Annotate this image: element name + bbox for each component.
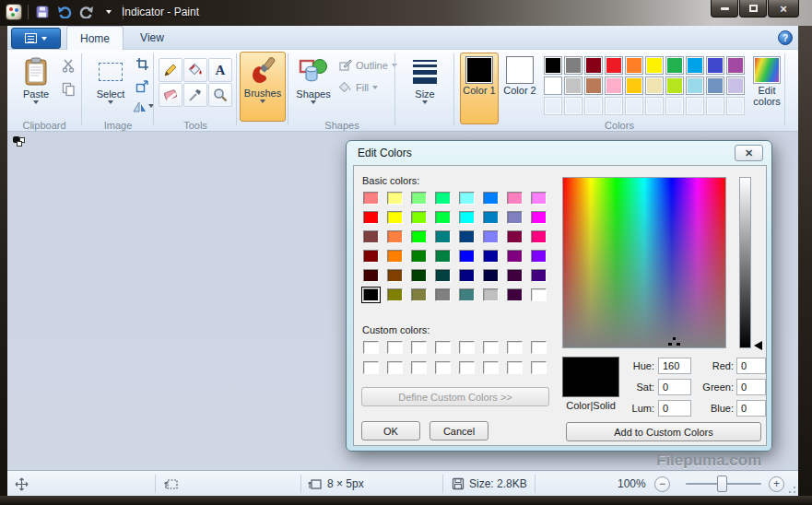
cut-button[interactable] — [57, 55, 79, 76]
color-swatch[interactable] — [531, 361, 547, 374]
color-swatch[interactable] — [435, 361, 451, 374]
color-swatch[interactable] — [584, 76, 603, 95]
color-swatch[interactable] — [706, 76, 724, 95]
color-swatch[interactable] — [726, 76, 745, 95]
color-picker-tool-button[interactable] — [183, 83, 207, 107]
color-swatch[interactable] — [625, 56, 643, 75]
zoom-in-button[interactable]: + — [769, 471, 784, 497]
add-to-custom-colors-button[interactable]: Add to Custom Colors — [566, 422, 761, 441]
color-swatch[interactable] — [387, 341, 403, 354]
color-swatch[interactable] — [483, 269, 499, 282]
color-swatch[interactable] — [531, 250, 547, 263]
color-swatch[interactable] — [411, 250, 427, 263]
color-swatch[interactable] — [483, 250, 499, 263]
color-swatch[interactable] — [564, 56, 583, 75]
edit-colors-button[interactable]: Edit colors — [750, 53, 783, 124]
color-swatch[interactable] — [387, 361, 403, 374]
outline-button[interactable]: Outline — [339, 59, 397, 71]
color-swatch[interactable] — [387, 250, 403, 263]
color-swatch[interactable] — [531, 269, 547, 282]
color-swatch[interactable] — [459, 230, 475, 243]
cancel-button[interactable]: Cancel — [430, 421, 488, 440]
color-swatch[interactable] — [625, 76, 643, 95]
color-swatch[interactable] — [411, 361, 427, 374]
luminance-slider-arrow[interactable] — [754, 341, 762, 350]
color-swatch[interactable] — [459, 269, 475, 282]
fill-button[interactable]: Fill — [339, 81, 378, 93]
color-swatch[interactable] — [459, 341, 475, 354]
maximize-button[interactable] — [739, 0, 767, 18]
color-swatch[interactable] — [387, 288, 403, 301]
tab-view[interactable]: View — [125, 26, 179, 50]
size-button[interactable]: Size — [405, 53, 445, 119]
color-swatch[interactable] — [411, 230, 427, 243]
color-swatch[interactable] — [363, 211, 379, 224]
eraser-tool-button[interactable] — [159, 83, 182, 107]
crop-button[interactable] — [131, 53, 153, 74]
color-swatch[interactable] — [531, 341, 547, 354]
magnifier-tool-button[interactable] — [208, 83, 232, 107]
tab-home[interactable]: Home — [66, 26, 124, 50]
color-swatch[interactable] — [363, 192, 379, 205]
luminance-bar[interactable] — [739, 177, 751, 348]
color-swatch[interactable] — [507, 230, 523, 243]
color-swatch[interactable] — [387, 230, 403, 243]
color-swatch[interactable] — [544, 76, 562, 95]
selection-handle[interactable] — [17, 141, 22, 147]
pencil-tool-button[interactable] — [159, 58, 182, 82]
color-swatch[interactable] — [435, 288, 451, 301]
color-swatch[interactable] — [411, 192, 427, 205]
color-swatch[interactable] — [483, 192, 499, 205]
color-swatch[interactable] — [483, 361, 499, 374]
color-swatch[interactable] — [435, 192, 451, 205]
hue-saturation-field[interactable] — [562, 177, 726, 348]
undo-button[interactable] — [56, 4, 73, 20]
color-swatch[interactable] — [531, 192, 547, 205]
color-swatch[interactable] — [531, 230, 547, 243]
color-swatch[interactable] — [483, 230, 499, 243]
color-swatch[interactable] — [411, 269, 427, 282]
color-swatch[interactable] — [411, 341, 427, 354]
zoom-out-button[interactable]: − — [654, 471, 670, 497]
blue-input[interactable] — [736, 400, 766, 417]
select-button[interactable]: Select — [88, 53, 133, 119]
hue-input[interactable] — [658, 358, 691, 374]
color-swatch[interactable] — [507, 192, 523, 205]
color-swatch[interactable] — [459, 192, 475, 205]
color-swatch[interactable] — [686, 56, 704, 75]
color-swatch[interactable] — [507, 211, 523, 224]
resize-button[interactable] — [131, 76, 153, 96]
color-swatch[interactable] — [387, 211, 403, 224]
define-custom-colors-button[interactable]: Define Custom Colors >> — [361, 387, 549, 406]
color-swatch[interactable] — [531, 288, 547, 301]
color-swatch[interactable] — [645, 56, 664, 75]
color-swatch[interactable] — [605, 56, 623, 75]
color-swatch[interactable] — [387, 192, 403, 205]
color-marker[interactable] — [670, 337, 678, 346]
help-button[interactable]: ? — [778, 30, 793, 45]
text-tool-button[interactable]: A — [208, 58, 232, 82]
color-swatch[interactable] — [507, 250, 523, 263]
color-swatch[interactable] — [459, 361, 475, 374]
close-button[interactable]: × — [768, 0, 799, 18]
color2-button[interactable]: Color 2 — [500, 53, 539, 124]
color-swatch[interactable] — [363, 361, 379, 374]
green-input[interactable] — [736, 379, 766, 395]
paste-button[interactable]: Paste — [15, 53, 57, 119]
color-swatch[interactable] — [363, 269, 379, 282]
zoom-slider-thumb[interactable] — [717, 476, 727, 492]
file-menu-button[interactable] — [11, 28, 61, 49]
color-swatch[interactable] — [483, 288, 499, 301]
redo-button[interactable] — [78, 4, 95, 20]
color-swatch[interactable] — [507, 288, 523, 301]
color-swatch[interactable] — [459, 250, 475, 263]
color-swatch[interactable] — [435, 250, 451, 263]
color-swatch[interactable] — [435, 269, 451, 282]
zoom-slider-track[interactable] — [686, 483, 761, 485]
color-swatch[interactable] — [411, 211, 427, 224]
color-swatch[interactable] — [459, 288, 475, 301]
color-swatch[interactable] — [435, 230, 451, 243]
shapes-button[interactable]: Shapes — [291, 53, 335, 119]
color-swatch[interactable] — [665, 56, 684, 75]
color-swatch[interactable] — [726, 56, 745, 75]
